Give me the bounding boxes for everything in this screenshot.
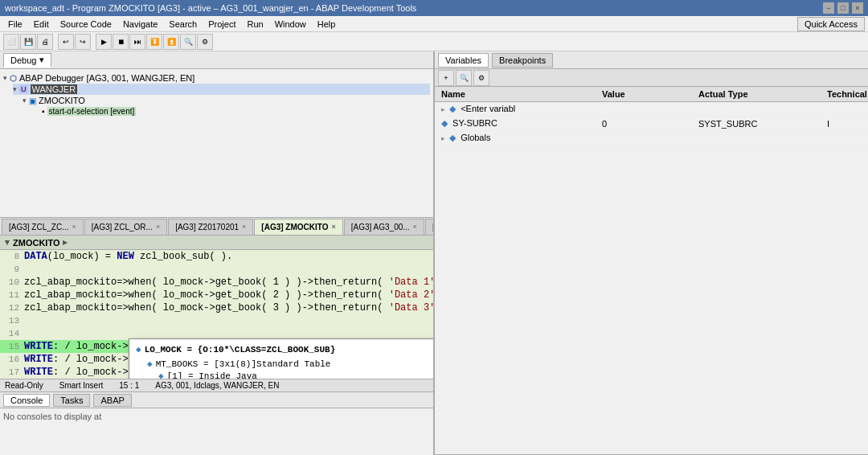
tooltip-title: ◆ LO_MOCK = {O:10*\CLASS=ZCL_BOOK_SUB} [136, 344, 433, 355]
menu-window[interactable]: Window [270, 18, 311, 31]
debug-tab-arrow: ▾ [39, 55, 44, 65]
vars-btn-1[interactable]: + [438, 70, 454, 86]
tree-label-user: WANGJER [31, 84, 78, 94]
vars-label-0: <Enter variabl [461, 104, 515, 113]
tree-item-program[interactable]: ▾ ▣ ZMOCKITO [23, 95, 430, 106]
vars-actual-1: SYST_SUBRC [695, 118, 824, 129]
toolbar-btn-7[interactable]: ⏹ [113, 34, 129, 50]
col-value: Value [599, 88, 695, 100]
vars-diamond-0: ◆ [449, 104, 456, 113]
toolbar-btn-11[interactable]: 🔍 [180, 34, 196, 50]
variables-tab-label: Variables [445, 55, 481, 65]
editor-status: Read-Only Smart Insert 15 : 1 AG3, 001, … [0, 379, 433, 391]
editor-tab-1[interactable]: [AG3] ZCL_OR... × [84, 219, 167, 235]
tree-item-user[interactable]: ▾ U WANGJER [13, 84, 430, 95]
toolbar-btn-4[interactable]: ↩ [58, 34, 74, 50]
line-num-15: 15 [2, 342, 24, 351]
debugger-icon: ⬡ [10, 74, 17, 83]
toolbar-btn-3[interactable]: 🖨 [37, 34, 53, 50]
variable-tooltip: ◆ LO_MOCK = {O:10*\CLASS=ZCL_BOOK_SUB} ◆… [129, 338, 433, 379]
line-content-10: zcl_abap_mockito=>when( lo_mock->get_boo… [24, 277, 433, 288]
line-num-13: 13 [2, 316, 24, 326]
tree-arrow-program: ▾ [23, 96, 27, 105]
vars-name-2: ▸ ◆ Globals [438, 132, 599, 144]
variables-tab[interactable]: Variables [438, 53, 489, 68]
vars-row-2[interactable]: ▸ ◆ Globals 0 [435, 131, 868, 146]
toolbar-btn-5[interactable]: ↪ [75, 34, 91, 50]
vars-diamond-1: ◆ [441, 118, 448, 128]
col-name: Name [438, 88, 599, 100]
menu-search[interactable]: Search [164, 18, 202, 31]
code-line-13: 13 [0, 314, 433, 327]
tree-item-root[interactable]: ▾ ⬡ ABAP Debugger [AG3, 001, WANGJER, EN… [3, 72, 430, 84]
editor-tab-4[interactable]: [AG3] AG3_00... × [344, 219, 424, 235]
close-button[interactable]: × [852, 2, 863, 14]
vars-row-0[interactable]: ▸ ◆ <Enter variabl 0 [435, 102, 868, 117]
vars-value-0 [599, 109, 695, 110]
tab-close-1[interactable]: × [156, 223, 160, 231]
toolbar-btn-8[interactable]: ⏭ [129, 34, 145, 50]
vars-value-2 [599, 137, 695, 139]
debug-tab-bar: Debug ▾ [0, 51, 433, 69]
vars-technical-1: I [824, 118, 868, 129]
menu-file[interactable]: File [3, 18, 27, 31]
vars-row-1[interactable]: ◆ SY-SUBRC 0 SYST_SUBRC I 4 [435, 117, 868, 131]
tree-item-event[interactable]: ▪ start-of-selection [event] [42, 106, 430, 117]
vars-toolbar: + 🔍 ⚙ [435, 69, 868, 87]
vars-btn-2[interactable]: 🔍 [456, 70, 472, 86]
console-text: No consoles to display at [3, 412, 101, 421]
line-content-8: DATA(lo_mock) = NEW zcl_book_sub( ). [24, 251, 232, 262]
vars-diamond-2: ◆ [449, 133, 456, 142]
toolbar-btn-9[interactable]: ⏬ [146, 34, 162, 50]
editor-tab-5[interactable]: [AG3] ZMOCKITO ⚑ × [425, 219, 433, 235]
console-tab-abap[interactable]: ABAP [93, 394, 131, 407]
code-header-arrow: ▾ [5, 237, 10, 248]
tab-close-2[interactable]: × [242, 223, 246, 231]
toolbar-btn-1[interactable]: ⬜ [3, 34, 19, 50]
toolbar-btn-12[interactable]: ⚙ [197, 34, 213, 50]
console-tab-console[interactable]: Console [3, 394, 50, 407]
right-top: Variables Breakpoints + 🔍 ⚙ Name Value A… [435, 51, 868, 455]
vars-btn-3[interactable]: ⚙ [473, 70, 489, 86]
user-icon: U [19, 85, 28, 93]
editor-tab-label-2: [AG3] Z20170201 [175, 223, 239, 232]
menu-edit[interactable]: Edit [29, 18, 54, 31]
quick-access-button[interactable]: Quick Access [797, 17, 865, 31]
editor-tab-label-0: [AG3] ZCL_ZC... [9, 223, 68, 232]
tab-close-3[interactable]: × [332, 223, 336, 231]
line-content-15: WRITE: / lo_mock-> [24, 341, 129, 352]
toolbar-btn-10[interactable]: ⏫ [163, 34, 179, 50]
debug-content: ▾ ⬡ ABAP Debugger [AG3, 001, WANGJER, EN… [0, 69, 433, 217]
breakpoints-tab[interactable]: Breakpoints [492, 53, 553, 68]
toolbar-btn-6[interactable]: ▶ [96, 34, 112, 50]
menu-help[interactable]: Help [313, 18, 341, 31]
menu-navigate[interactable]: Navigate [118, 18, 162, 31]
code-line-8: 8 DATA(lo_mock) = NEW zcl_book_sub( ). [0, 250, 433, 263]
vars-name-1: ◆ SY-SUBRC [438, 117, 599, 129]
tree-label-root: ABAP Debugger [AG3, 001, WANGJER, EN] [19, 73, 194, 83]
event-label: start-of-selection [event] [47, 107, 137, 116]
debug-tab[interactable]: Debug ▾ [3, 53, 51, 68]
code-area[interactable]: 8 DATA(lo_mock) = NEW zcl_book_sub( ). 9… [0, 250, 433, 379]
console-tab-tasks[interactable]: Tasks [53, 394, 90, 407]
toolbar-btn-2[interactable]: 💾 [20, 34, 36, 50]
menu-run[interactable]: Run [242, 18, 268, 31]
main-layout: Debug ▾ ▾ ⬡ ABAP Debugger [AG3, 001, WAN… [0, 51, 868, 455]
restore-button[interactable]: □ [837, 2, 849, 14]
editor-tab-3[interactable]: [AG3] ZMOCKITO × [254, 219, 342, 235]
tab-close-0[interactable]: × [72, 223, 76, 231]
menu-project[interactable]: Project [203, 18, 240, 31]
program-icon: ▣ [29, 96, 36, 105]
tab-close-4[interactable]: × [413, 223, 417, 231]
toolbar: ⬜ 💾 🖨 ↩ ↪ ▶ ⏹ ⏭ ⏬ ⏫ 🔍 ⚙ [0, 32, 868, 51]
code-line-11: 11 zcl_abap_mockito=>when( lo_mock->get_… [0, 289, 433, 301]
editor-tab-2[interactable]: [AG3] Z20170201 × [168, 219, 253, 235]
vars-actual-2 [695, 137, 824, 139]
line-content-11: zcl_abap_mockito=>when( lo_mock->get_boo… [24, 289, 433, 301]
tree-label-program: ZMOCKITO [39, 96, 85, 105]
minimize-button[interactable]: − [823, 2, 834, 14]
editor-tab-0[interactable]: [AG3] ZCL_ZC... × [2, 219, 84, 235]
menu-source-code[interactable]: Source Code [55, 18, 117, 31]
editor-tab-label-3: [AG3] ZMOCKITO [261, 223, 328, 232]
vars-name-0: ▸ ◆ <Enter variabl [438, 103, 599, 115]
